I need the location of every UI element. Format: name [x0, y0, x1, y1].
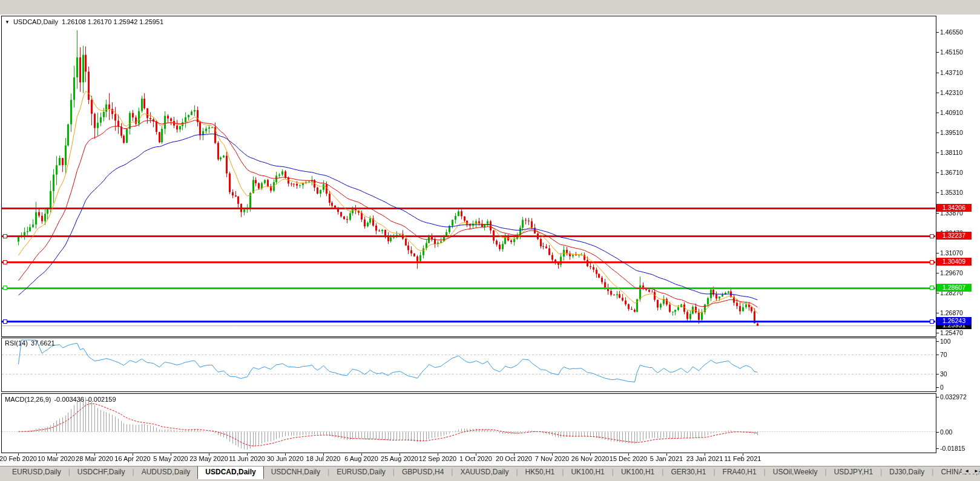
tab-dj30-daily[interactable]: DJ30,Daily	[882, 466, 932, 477]
price-axis-tick: 1.25470	[940, 329, 963, 336]
price-axis-tick: 1.40910	[940, 109, 963, 116]
rsi-pane-label: RSI(14) 37.6621	[5, 339, 55, 347]
tab-scroll-right-icon[interactable]: ►	[974, 468, 979, 474]
price-axis-tick: 1.31070	[940, 249, 963, 257]
date-axis-label: 7 Nov 2020	[535, 455, 569, 462]
macd-indicator-name: MACD(12,26,9)	[5, 396, 51, 403]
date-axis-label: 12 Sep 2020	[419, 455, 456, 462]
hline-price-label: 1.34206	[936, 204, 972, 212]
price-axis-tick: 1.36710	[940, 169, 963, 176]
hline-handle-left[interactable]	[3, 260, 7, 264]
hline-handle-right[interactable]	[930, 319, 934, 324]
price-axis-tick: 1.35310	[940, 189, 963, 196]
tab-usdcad-daily[interactable]: USDCAD,Daily	[197, 466, 263, 479]
rsi-indicator-name: RSI(14)	[5, 339, 28, 347]
date-axis-label: 6 Aug 2020	[344, 455, 378, 462]
tab-eurusd-daily[interactable]: EURUSD,Daily	[5, 466, 68, 477]
date-axis-label: 25 Aug 2020	[381, 455, 418, 462]
chart-symbol-title: USDCAD,Daily	[13, 18, 58, 25]
macd-axis-tick: -0.01815	[940, 445, 965, 452]
price-axis-tick: 1.45150	[940, 48, 963, 56]
tab-fra40-h1[interactable]: FRA40,H1	[715, 466, 764, 477]
price-axis-tick: 1.29670	[940, 269, 963, 276]
macd-axis-tick: 0.032972	[940, 393, 967, 401]
macd-indicator-values: -0.003436 -0.002159	[54, 396, 116, 403]
date-axis-label: 5 Jan 2021	[650, 455, 683, 462]
tab-uk100-h1[interactable]: UK100,H1	[614, 466, 662, 477]
price-axis-tick: 1.46550	[940, 28, 963, 36]
price-axis-tick: 1.38110	[940, 149, 962, 156]
price-axis-tick: 1.42310	[940, 89, 963, 96]
tab-gbpusd-h4[interactable]: GBPUSD,H4	[395, 466, 451, 477]
date-axis-label: 15 Dec 2020	[610, 455, 647, 462]
hline-handle-left[interactable]	[3, 319, 7, 324]
hline-price-label: 1.26243	[936, 317, 972, 325]
rsi-axis-tick: 70	[940, 351, 947, 358]
rsi-indicator-value: 37.6621	[31, 339, 55, 347]
hline-handle-right[interactable]	[930, 234, 934, 238]
date-axis-label: 1 Oct 2020	[459, 455, 492, 462]
hline-price-label: 1.28607	[936, 284, 972, 292]
date-axis-label: 30 Jun 2020	[267, 455, 304, 462]
trading-terminal: ▼ M1M5M15M30H1H4D1W1MN ▼ USDCAD,Daily 1.…	[0, 0, 980, 481]
date-axis-label: 11 Jun 2020	[229, 455, 265, 462]
hline-handle-left[interactable]	[3, 234, 7, 238]
tab-xauusd-daily[interactable]: XAUUSD,Daily	[453, 466, 516, 477]
collapse-chart-icon[interactable]: ▼	[5, 19, 10, 25]
rsi-axis-tick: 0	[940, 384, 944, 391]
tab-usdchf-daily[interactable]: USDCHF,Daily	[70, 466, 133, 477]
date-axis-label: 20 Oct 2020	[496, 455, 532, 462]
tab-eurusd-daily[interactable]: EURUSD,Daily	[329, 466, 393, 477]
tab-scroll-arrows: ◄ ►	[962, 468, 979, 474]
chart-header: ▼ USDCAD,Daily 1.26108 1.26170 1.25942 1…	[5, 18, 163, 25]
date-axis-label: 26 Nov 2020	[571, 455, 609, 462]
date-axis-label: 20 Feb 2020	[0, 455, 37, 462]
date-axis-label: 23 May 2020	[189, 455, 228, 462]
date-axis-label: 10 Mar 2020	[38, 455, 75, 462]
macd-pane-label: MACD(12,26,9) -0.003436 -0.002159	[5, 396, 116, 403]
price-axis-tick: 1.26870	[940, 309, 963, 316]
hline-handle-right[interactable]	[930, 260, 934, 264]
date-axis-label: 18 Jul 2020	[306, 455, 341, 462]
hline-price-label: 1.30409	[936, 258, 972, 266]
tab-ger30-h1[interactable]: GER30,H1	[663, 466, 713, 477]
hline-price-label: 1.32237	[936, 232, 972, 240]
rsi-axis-tick: 30	[940, 370, 947, 378]
hline-handle-left[interactable]	[3, 286, 7, 290]
chart-canvas[interactable]	[0, 0, 980, 481]
rsi-axis-tick: 100	[940, 338, 951, 345]
tab-hk50-h1[interactable]: HK50,H1	[518, 466, 562, 477]
tab-usoil-weekly[interactable]: USOil,Weekly	[766, 466, 825, 477]
tab-usdjpy-h1[interactable]: USDJPY,H1	[827, 466, 880, 477]
date-axis-label: 11 Feb 2021	[725, 455, 761, 462]
tab-uk100-h1[interactable]: UK100,H1	[564, 466, 611, 477]
hline-handle-right[interactable]	[930, 286, 934, 290]
date-axis-label: 5 May 2020	[153, 455, 188, 462]
date-axis-label: 23 Jan 2021	[686, 455, 723, 462]
macd-axis-tick: 0.00	[940, 428, 952, 436]
symbol-tab-bar: EURUSD,Daily|USDCHF,Daily|AUDUSD,DailyUS…	[0, 466, 980, 481]
tab-audusd-daily[interactable]: AUDUSD,Daily	[134, 466, 198, 477]
price-axis-tick: 1.39510	[940, 129, 963, 136]
date-axis-label: 16 Apr 2020	[114, 455, 150, 462]
tab-usdcnh-daily[interactable]: USDCNH,Daily	[264, 466, 327, 477]
date-axis-label: 28 Mar 2020	[76, 455, 113, 462]
tab-scroll-left-icon[interactable]: ◄	[964, 468, 969, 474]
price-axis-tick: 1.43710	[940, 69, 963, 76]
chart-ohlc-quote: 1.26108 1.26170 1.25942 1.25951	[62, 18, 163, 25]
